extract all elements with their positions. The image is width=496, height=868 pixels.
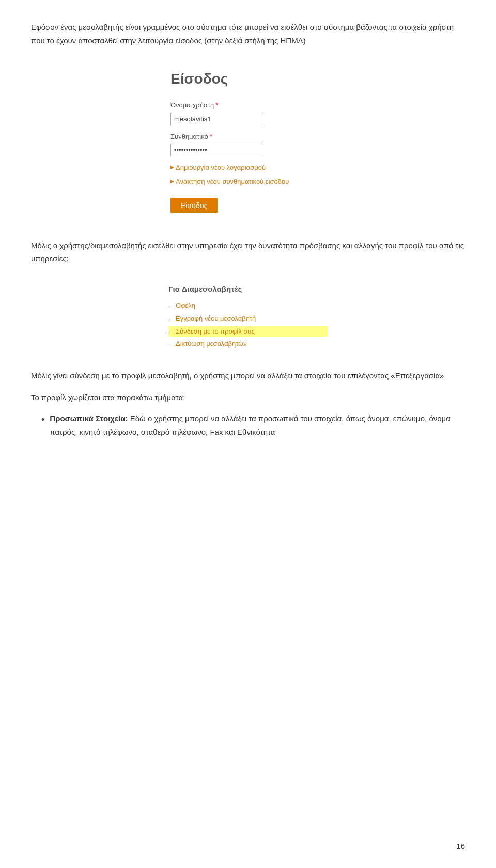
bullet-list: • Προσωπικά Στοιχεία: Εδώ ο χρήστης μπορ… [41, 412, 465, 438]
recover-password-link[interactable]: Ανάκτηση νέου συνθηματικού εισόδου [171, 177, 326, 187]
password-label: Συνθηματικό* [171, 132, 326, 143]
login-button[interactable]: Είσοδος [171, 198, 218, 213]
menu-item-2[interactable]: Σύνδεση με το προφίλ σας [168, 326, 328, 337]
menu-item-1[interactable]: Εγγραφή νέου μεσολαβητή [168, 313, 328, 324]
login-box: Είσοδος Όνομα χρήστη* Συνθηματικό* Δημιο… [160, 62, 336, 224]
login-title: Είσοδος [171, 68, 326, 91]
username-label: Όνομα χρήστη* [171, 100, 326, 111]
after-login-text: Μόλις ο χρήστης/διαμεσολαβητής εισέλθει … [31, 239, 465, 265]
after-menu-text: Μόλις γίνει σύνδεση με το προφίλ μεσολαβ… [31, 369, 465, 383]
bullet-content-0: Προσωπικά Στοιχεία: Εδώ ο χρήστης μπορεί… [50, 412, 465, 438]
menu-item-0[interactable]: Οφέλη [168, 301, 328, 311]
username-required: * [215, 101, 218, 109]
bullet-dot-0: • [41, 413, 44, 428]
main-paragraph: Εφόσον ένας μεσολαβητής είναι γραμμένος … [31, 21, 465, 47]
menu-box-wrapper: Για Διαμεσολαβητές Οφέλη Εγγραφή νέου με… [31, 278, 465, 357]
password-required: * [210, 133, 212, 140]
menu-item-3[interactable]: Δικτύωση μεσολαβητών [168, 339, 328, 350]
menu-title: Για Διαμεσολαβητές [168, 283, 328, 295]
menu-box: Για Διαμεσολαβητές Οφέλη Εγγραφή νέου με… [160, 278, 336, 357]
profile-section-text: Το προφίλ χωρίζεται στα παρακάτω τμήματα… [31, 391, 465, 404]
username-input[interactable] [171, 113, 264, 125]
page-number: 16 [456, 840, 465, 853]
login-box-wrapper: Είσοδος Όνομα χρήστη* Συνθηματικό* Δημιο… [31, 62, 465, 224]
create-account-link[interactable]: Δημιουργία νέου λογαριασμού [171, 163, 326, 173]
bullet-item-0: • Προσωπικά Στοιχεία: Εδώ ο χρήστης μπορ… [41, 412, 465, 438]
password-input[interactable] [171, 144, 264, 156]
